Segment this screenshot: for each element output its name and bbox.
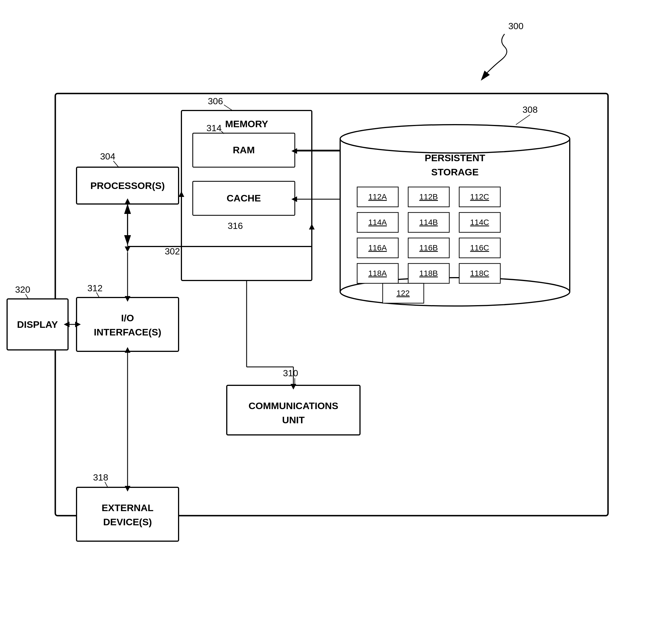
- ref-310: 310: [283, 368, 298, 378]
- label-114b: 114B: [419, 218, 438, 227]
- processor-label: PROCESSOR(S): [90, 180, 165, 191]
- persistent-storage-label-2: STORAGE: [431, 166, 479, 177]
- ref-318: 318: [93, 472, 108, 483]
- external-label-2: DEVICE(S): [103, 516, 152, 527]
- ref-320-line: [25, 294, 28, 299]
- label-114c: 114C: [470, 218, 489, 227]
- io-label-2: INTERFACE(S): [94, 327, 161, 338]
- comms-label-1: COMMUNICATIONS: [248, 400, 338, 411]
- ram-label: RAM: [233, 144, 254, 155]
- io-label-1: I/O: [121, 312, 134, 323]
- storage-top: [340, 125, 570, 153]
- label-122: 122: [397, 289, 410, 297]
- ref-306: 306: [208, 96, 223, 106]
- ref-312: 312: [87, 283, 102, 293]
- ref-306-line: [224, 105, 232, 111]
- main-arrow: [482, 34, 507, 79]
- label-116b: 116B: [419, 243, 438, 252]
- label-118b: 118B: [419, 269, 438, 278]
- diagram: 300 MEMORY 306 RAM 314 CACHE 316: [0, 0, 646, 644]
- label-112c: 112C: [470, 192, 489, 201]
- external-label-1: EXTERNAL: [101, 502, 153, 513]
- ref-320: 320: [15, 284, 30, 295]
- label-118c: 118C: [470, 269, 489, 278]
- persistent-storage-label-1: PERSISTENT: [425, 152, 485, 163]
- display-label: DISPLAY: [17, 319, 58, 330]
- label-112a: 112A: [368, 192, 387, 201]
- ref-308: 308: [522, 105, 537, 115]
- label-116a: 116A: [368, 243, 387, 252]
- external-box: [77, 487, 179, 541]
- ref-302: 302: [165, 246, 180, 256]
- ref-318-line: [105, 482, 108, 487]
- ref-316: 316: [228, 221, 243, 231]
- label-118a: 118A: [368, 269, 387, 278]
- arrow-down-proc: [125, 247, 130, 252]
- ref-308-line: [516, 115, 530, 125]
- ref-300: 300: [508, 21, 523, 31]
- io-box: [77, 297, 179, 351]
- cache-label: CACHE: [227, 192, 261, 204]
- ref-304: 304: [100, 151, 115, 161]
- memory-label: MEMORY: [225, 118, 268, 129]
- comms-label-2: UNIT: [282, 414, 305, 425]
- ref-314: 314: [206, 123, 221, 133]
- label-116c: 116C: [470, 243, 489, 252]
- label-112b: 112B: [419, 192, 438, 201]
- label-114a: 114A: [368, 218, 387, 227]
